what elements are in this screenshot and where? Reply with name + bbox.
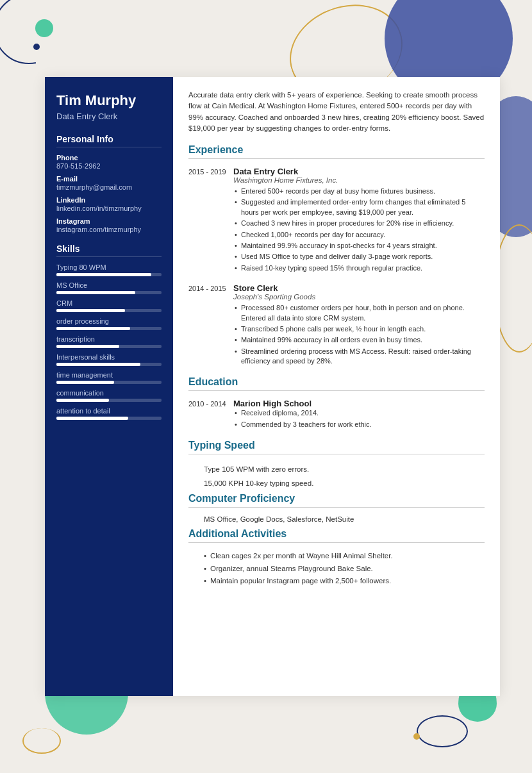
typing-speed-item: Type 105 WPM with zero errors. (188, 462, 485, 476)
job-bullet: Processed 80+ customer orders per hour, … (233, 303, 485, 323)
candidate-name: Tim Murphy (56, 92, 162, 109)
skill-bar-fill (56, 327, 130, 330)
activity-item: Clean cages 2x per month at Wayne Hill A… (204, 551, 485, 561)
skill-label: time management (56, 371, 162, 379)
skill-label: Interpersonal skills (56, 353, 162, 361)
job-entry: 2014 - 2015Store ClerkJoseph's Sporting … (188, 283, 485, 367)
edu-dates: 2010 - 2014 (188, 399, 233, 431)
personal-info-header: Personal Info (56, 134, 162, 147)
skill-bar-bg (56, 309, 162, 312)
email-label: E-mail (56, 175, 162, 183)
skill-label: Typing 80 WPM (56, 263, 162, 271)
skill-bar-fill (56, 345, 119, 348)
skill-bar-bg (56, 399, 162, 402)
edu-bullet: Received diploma, 2014. (233, 408, 485, 418)
education-entry: 2010 - 2014Marion High SchoolReceived di… (188, 399, 485, 431)
deco-green-blob (35, 19, 53, 37)
linkedin-label: LinkedIn (56, 196, 162, 204)
skill-bar-fill (56, 291, 135, 294)
job-dates: 2014 - 2015 (188, 283, 233, 367)
job-dates: 2015 - 2019 (188, 167, 233, 274)
edu-body: Marion High SchoolReceived diploma, 2014… (233, 399, 485, 431)
job-bullet: Used MS Office to type and deliver daily… (233, 252, 485, 262)
main-content: Accurate data entry clerk with 5+ years … (173, 77, 500, 696)
skill-bar-fill (56, 309, 125, 312)
candidate-title: Data Entry Clerk (56, 112, 162, 121)
activities-list: Clean cages 2x per month at Wayne Hill A… (188, 551, 485, 586)
skill-bar-bg (56, 345, 162, 348)
job-title: Data Entry Clerk (233, 167, 485, 176)
job-bullet: Checked 1,000+ records per day for accur… (233, 230, 485, 240)
job-bullet: Transcribed 5 phone calls per week, ½ ho… (233, 324, 485, 334)
skill-bar-bg (56, 273, 162, 276)
typing-speed-item: 15,000 KPH 10-key typing speed. (188, 476, 485, 490)
job-bullet: Entered 500+ records per day at busy hom… (233, 187, 485, 196)
job-company: Joseph's Sporting Goods (233, 293, 485, 301)
job-bullets: Entered 500+ records per day at busy hom… (233, 187, 485, 273)
email-value: timzmurphy@gmail.com (56, 183, 162, 191)
job-body: Store ClerkJoseph's Sporting GoodsProces… (233, 283, 485, 367)
job-company: Washington Home Fixtures, Inc. (233, 176, 485, 184)
deco-top-left-circle (0, 0, 64, 64)
skill-bar-bg (56, 327, 162, 330)
education-list: 2010 - 2014Marion High SchoolReceived di… (188, 399, 485, 431)
job-bullets: Processed 80+ customer orders per hour, … (233, 303, 485, 366)
activity-item: Maintain popular Instagram page with 2,5… (204, 576, 485, 586)
edu-bullet: Commended by 3 teachers for work ethic. (233, 420, 485, 429)
skill-bar-fill (56, 363, 140, 366)
skill-label: attention to detail (56, 407, 162, 415)
job-title: Store Clerk (233, 283, 485, 293)
skill-bar-bg (56, 363, 162, 366)
summary-text: Accurate data entry clerk with 5+ years … (188, 90, 485, 134)
skill-bar-fill (56, 417, 128, 420)
skill-label: communication (56, 389, 162, 397)
job-bullet: Suggested and implemented order-entry fo… (233, 197, 485, 217)
skill-bar-bg (56, 417, 162, 420)
job-bullet: Raised 10-key typing speed 15% through r… (233, 263, 485, 273)
skills-list: Typing 80 WPMMS OfficeCRMorder processin… (56, 263, 162, 420)
skill-label: order processing (56, 317, 162, 325)
deco-gold-arc-bottom (22, 728, 61, 754)
sidebar: Tim Murphy Data Entry Clerk Personal Inf… (45, 77, 173, 696)
phone-label: Phone (56, 154, 162, 162)
job-bullet: Maintained 99% accuracy in all orders ev… (233, 335, 485, 345)
phone-value: 870-515-2962 (56, 162, 162, 170)
job-bullet: Coached 3 new hires in proper procedures… (233, 219, 485, 228)
resume-container: Tim Murphy Data Entry Clerk Personal Inf… (45, 77, 500, 696)
deco-gold-dot-bottom (413, 733, 420, 740)
skill-bar-bg (56, 381, 162, 384)
linkedin-value: linkedin.com/in/timzmurphy (56, 204, 162, 212)
job-bullet: Streamlined ordering process with MS Acc… (233, 347, 485, 367)
skill-label: MS Office (56, 281, 162, 289)
computer-items: MS Office, Google Docs, Salesforce, NetS… (188, 515, 485, 523)
education-header: Education (188, 376, 485, 391)
instagram-label: Instagram (56, 217, 162, 225)
skill-bar-fill (56, 381, 114, 384)
job-entry: 2015 - 2019Data Entry ClerkWashington Ho… (188, 167, 485, 274)
jobs-list: 2015 - 2019Data Entry ClerkWashington Ho… (188, 167, 485, 367)
activity-item: Organizer, annual Stearns Playground Bak… (204, 563, 485, 574)
skill-bar-fill (56, 399, 109, 402)
computer-header: Computer Proficiency (188, 493, 485, 508)
skills-header: Skills (56, 244, 162, 257)
experience-header: Experience (188, 144, 485, 159)
edu-bullets: Received diploma, 2014.Commended by 3 te… (233, 408, 485, 429)
instagram-value: instagram.com/timzmurphy (56, 226, 162, 233)
skill-bar-bg (56, 291, 162, 294)
typing-speed-header: Typing Speed (188, 440, 485, 454)
activities-header: Additional Activities (188, 528, 485, 543)
typing-list: Type 105 WPM with zero errors.15,000 KPH… (188, 462, 485, 490)
deco-navy-dot (33, 44, 40, 50)
skill-label: CRM (56, 299, 162, 307)
skill-label: transcription (56, 335, 162, 343)
job-bullet: Maintained 99.9% accuracy in spot-checks… (233, 241, 485, 251)
deco-navy-oval (417, 715, 468, 747)
job-body: Data Entry ClerkWashington Home Fixtures… (233, 167, 485, 274)
skill-bar-fill (56, 273, 151, 276)
school-name: Marion High School (233, 399, 485, 408)
